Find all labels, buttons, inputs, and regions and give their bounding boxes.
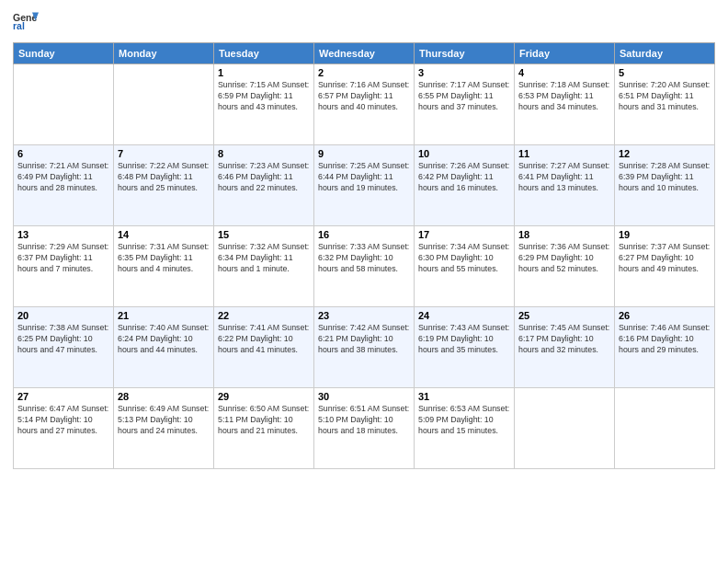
calendar-cell: 24Sunrise: 7:43 AM Sunset: 6:19 PM Dayli… (415, 307, 515, 388)
calendar-cell: 4Sunrise: 7:18 AM Sunset: 6:53 PM Daylig… (515, 64, 615, 145)
calendar-cell (114, 64, 214, 145)
day-number: 14 (118, 229, 210, 240)
calendar-cell: 1Sunrise: 7:15 AM Sunset: 6:59 PM Daylig… (214, 64, 314, 145)
day-info: Sunrise: 7:15 AM Sunset: 6:59 PM Dayligh… (218, 80, 310, 113)
day-number: 26 (619, 310, 711, 321)
day-info: Sunrise: 7:41 AM Sunset: 6:22 PM Dayligh… (218, 323, 310, 356)
calendar-header-friday: Friday (515, 43, 615, 64)
calendar-cell: 2Sunrise: 7:16 AM Sunset: 6:57 PM Daylig… (314, 64, 415, 145)
day-number: 23 (318, 310, 410, 321)
calendar-header-tuesday: Tuesday (214, 43, 314, 64)
day-number: 29 (218, 391, 310, 402)
day-number: 1 (218, 67, 310, 78)
day-number: 20 (17, 310, 109, 321)
calendar-cell: 29Sunrise: 6:50 AM Sunset: 5:11 PM Dayli… (214, 388, 314, 469)
day-number: 17 (418, 229, 510, 240)
calendar-cell: 21Sunrise: 7:40 AM Sunset: 6:24 PM Dayli… (114, 307, 214, 388)
day-number: 31 (418, 391, 510, 402)
calendar-cell: 23Sunrise: 7:42 AM Sunset: 6:21 PM Dayli… (314, 307, 415, 388)
day-number: 25 (518, 310, 610, 321)
calendar-cell: 8Sunrise: 7:23 AM Sunset: 6:46 PM Daylig… (214, 145, 314, 226)
day-info: Sunrise: 7:29 AM Sunset: 6:37 PM Dayligh… (17, 242, 109, 275)
day-info: Sunrise: 6:50 AM Sunset: 5:11 PM Dayligh… (218, 404, 310, 437)
day-info: Sunrise: 6:51 AM Sunset: 5:10 PM Dayligh… (318, 404, 410, 437)
calendar-cell (515, 388, 615, 469)
calendar-cell: 25Sunrise: 7:45 AM Sunset: 6:17 PM Dayli… (515, 307, 615, 388)
day-info: Sunrise: 7:23 AM Sunset: 6:46 PM Dayligh… (218, 161, 310, 194)
day-number: 12 (619, 148, 711, 159)
day-number: 8 (218, 148, 310, 159)
calendar-week-3: 13Sunrise: 7:29 AM Sunset: 6:37 PM Dayli… (14, 226, 715, 307)
day-number: 13 (17, 229, 109, 240)
calendar-cell (14, 64, 114, 145)
svg-text:ral: ral (13, 20, 25, 31)
calendar-cell: 3Sunrise: 7:17 AM Sunset: 6:55 PM Daylig… (415, 64, 515, 145)
day-number: 30 (318, 391, 410, 402)
calendar-cell: 27Sunrise: 6:47 AM Sunset: 5:14 PM Dayli… (14, 388, 114, 469)
calendar-header-monday: Monday (114, 43, 214, 64)
calendar-cell: 15Sunrise: 7:32 AM Sunset: 6:34 PM Dayli… (214, 226, 314, 307)
calendar-cell: 22Sunrise: 7:41 AM Sunset: 6:22 PM Dayli… (214, 307, 314, 388)
day-number: 7 (118, 148, 210, 159)
day-info: Sunrise: 7:21 AM Sunset: 6:49 PM Dayligh… (17, 161, 109, 194)
day-info: Sunrise: 7:17 AM Sunset: 6:55 PM Dayligh… (418, 80, 510, 113)
day-info: Sunrise: 7:42 AM Sunset: 6:21 PM Dayligh… (318, 323, 410, 356)
day-info: Sunrise: 7:22 AM Sunset: 6:48 PM Dayligh… (118, 161, 210, 194)
day-number: 19 (619, 229, 711, 240)
day-info: Sunrise: 6:53 AM Sunset: 5:09 PM Dayligh… (418, 404, 510, 437)
day-number: 15 (218, 229, 310, 240)
logo: Gene ral (13, 9, 39, 35)
logo-icon: Gene ral (13, 9, 39, 35)
day-number: 6 (17, 148, 109, 159)
calendar-cell: 10Sunrise: 7:26 AM Sunset: 6:42 PM Dayli… (415, 145, 515, 226)
page-header: Gene ral (13, 9, 715, 35)
calendar-cell: 12Sunrise: 7:28 AM Sunset: 6:39 PM Dayli… (615, 145, 715, 226)
day-number: 2 (318, 67, 410, 78)
day-info: Sunrise: 7:31 AM Sunset: 6:35 PM Dayligh… (118, 242, 210, 275)
day-info: Sunrise: 7:37 AM Sunset: 6:27 PM Dayligh… (619, 242, 711, 275)
day-number: 16 (318, 229, 410, 240)
day-number: 9 (318, 148, 410, 159)
day-info: Sunrise: 7:25 AM Sunset: 6:44 PM Dayligh… (318, 161, 410, 194)
day-info: Sunrise: 7:16 AM Sunset: 6:57 PM Dayligh… (318, 80, 410, 113)
day-number: 5 (619, 67, 711, 78)
day-info: Sunrise: 7:33 AM Sunset: 6:32 PM Dayligh… (318, 242, 410, 275)
day-number: 28 (118, 391, 210, 402)
day-info: Sunrise: 7:34 AM Sunset: 6:30 PM Dayligh… (418, 242, 510, 275)
calendar-cell: 9Sunrise: 7:25 AM Sunset: 6:44 PM Daylig… (314, 145, 415, 226)
calendar-cell: 19Sunrise: 7:37 AM Sunset: 6:27 PM Dayli… (615, 226, 715, 307)
day-info: Sunrise: 7:28 AM Sunset: 6:39 PM Dayligh… (619, 161, 711, 194)
calendar-week-1: 1Sunrise: 7:15 AM Sunset: 6:59 PM Daylig… (14, 64, 715, 145)
day-info: Sunrise: 7:32 AM Sunset: 6:34 PM Dayligh… (218, 242, 310, 275)
calendar-cell: 7Sunrise: 7:22 AM Sunset: 6:48 PM Daylig… (114, 145, 214, 226)
day-info: Sunrise: 7:36 AM Sunset: 6:29 PM Dayligh… (518, 242, 610, 275)
calendar-cell: 20Sunrise: 7:38 AM Sunset: 6:25 PM Dayli… (14, 307, 114, 388)
day-number: 18 (518, 229, 610, 240)
calendar-cell: 31Sunrise: 6:53 AM Sunset: 5:09 PM Dayli… (415, 388, 515, 469)
calendar-cell: 13Sunrise: 7:29 AM Sunset: 6:37 PM Dayli… (14, 226, 114, 307)
day-info: Sunrise: 7:27 AM Sunset: 6:41 PM Dayligh… (518, 161, 610, 194)
calendar-cell: 26Sunrise: 7:46 AM Sunset: 6:16 PM Dayli… (615, 307, 715, 388)
calendar-header-thursday: Thursday (415, 43, 515, 64)
calendar-header-row: SundayMondayTuesdayWednesdayThursdayFrid… (14, 43, 715, 64)
day-info: Sunrise: 7:18 AM Sunset: 6:53 PM Dayligh… (518, 80, 610, 113)
day-info: Sunrise: 7:40 AM Sunset: 6:24 PM Dayligh… (118, 323, 210, 356)
calendar-cell: 30Sunrise: 6:51 AM Sunset: 5:10 PM Dayli… (314, 388, 415, 469)
calendar-header-sunday: Sunday (14, 43, 114, 64)
day-info: Sunrise: 7:20 AM Sunset: 6:51 PM Dayligh… (619, 80, 711, 113)
calendar-cell: 11Sunrise: 7:27 AM Sunset: 6:41 PM Dayli… (515, 145, 615, 226)
calendar-cell: 14Sunrise: 7:31 AM Sunset: 6:35 PM Dayli… (114, 226, 214, 307)
day-number: 10 (418, 148, 510, 159)
day-info: Sunrise: 6:49 AM Sunset: 5:13 PM Dayligh… (118, 404, 210, 437)
day-number: 27 (17, 391, 109, 402)
calendar-week-2: 6Sunrise: 7:21 AM Sunset: 6:49 PM Daylig… (14, 145, 715, 226)
calendar-cell: 17Sunrise: 7:34 AM Sunset: 6:30 PM Dayli… (415, 226, 515, 307)
calendar-week-4: 20Sunrise: 7:38 AM Sunset: 6:25 PM Dayli… (14, 307, 715, 388)
day-number: 21 (118, 310, 210, 321)
calendar-cell: 6Sunrise: 7:21 AM Sunset: 6:49 PM Daylig… (14, 145, 114, 226)
calendar-cell: 5Sunrise: 7:20 AM Sunset: 6:51 PM Daylig… (615, 64, 715, 145)
day-info: Sunrise: 7:38 AM Sunset: 6:25 PM Dayligh… (17, 323, 109, 356)
calendar-cell: 28Sunrise: 6:49 AM Sunset: 5:13 PM Dayli… (114, 388, 214, 469)
day-number: 22 (218, 310, 310, 321)
calendar-cell: 18Sunrise: 7:36 AM Sunset: 6:29 PM Dayli… (515, 226, 615, 307)
